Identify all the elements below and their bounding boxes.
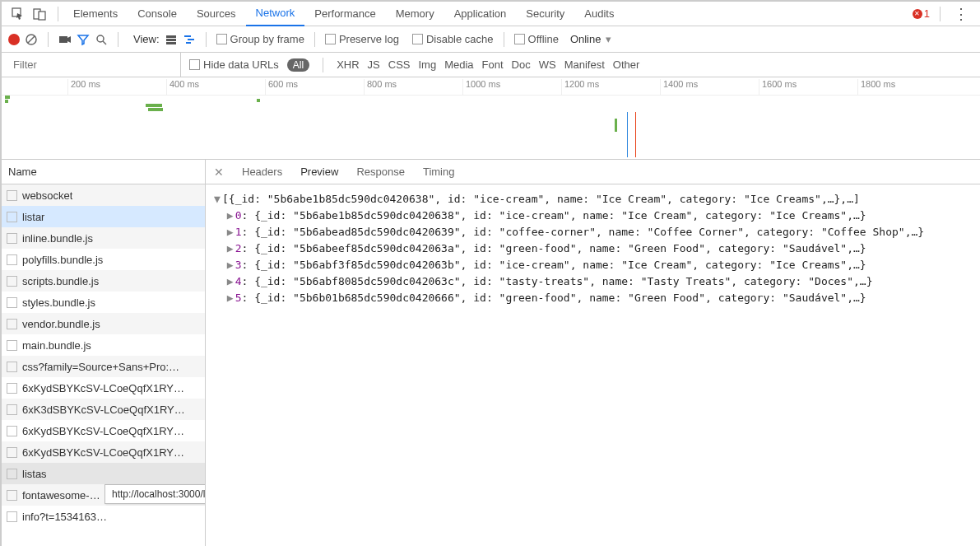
option-label: Disable cache xyxy=(426,33,494,45)
request-row[interactable]: websocket xyxy=(2,184,205,206)
filter-icon[interactable] xyxy=(77,33,90,46)
request-name: listas xyxy=(22,468,47,480)
tick: 1000 ms xyxy=(462,79,500,96)
tab-sources[interactable]: Sources xyxy=(187,2,246,26)
svg-line-7 xyxy=(103,41,106,44)
camera-icon[interactable] xyxy=(58,33,72,46)
json-row[interactable]: ▶4: {_id: "5b6abf8085dc590dc042063c", id… xyxy=(214,273,972,290)
chevron-down-icon: ▾ xyxy=(606,33,611,45)
filter-type-font[interactable]: Font xyxy=(482,58,504,71)
tick: 1600 ms xyxy=(759,79,797,96)
json-row[interactable]: ▶0: {_id: "5b6abe1b85dc590dc0420638", id… xyxy=(214,208,972,224)
request-row[interactable]: inline.bundle.js xyxy=(2,227,205,249)
filter-type-xhr[interactable]: XHR xyxy=(337,58,359,71)
preview-content[interactable]: ▼[{_id: "5b6abe1b85dc590dc0420638", id: … xyxy=(206,184,980,546)
json-row[interactable]: ▶1: {_id: "5b6abead85dc590dc0420639", id… xyxy=(214,224,972,240)
file-icon xyxy=(7,276,17,287)
tab-label: Performance xyxy=(314,7,375,20)
tab-network[interactable]: Network xyxy=(246,2,305,26)
large-rows-icon[interactable] xyxy=(165,33,178,46)
filter-input[interactable] xyxy=(8,53,181,77)
group-by-frame-option[interactable]: Group by frame xyxy=(216,33,304,45)
json-text: {_id: "5b6b01b685dc590dc0420666", id: "g… xyxy=(254,292,866,304)
tab-audits[interactable]: Audits xyxy=(574,2,624,26)
json-root[interactable]: ▼[{_id: "5b6abe1b85dc590dc0420638", id: … xyxy=(214,191,972,208)
request-row[interactable]: scripts.bundle.js xyxy=(2,270,205,292)
divider xyxy=(58,7,58,21)
waterfall-bar xyxy=(5,100,8,103)
request-row[interactable]: 6xKydSBYKcSV-LCoeQqfX1RY… xyxy=(2,420,205,441)
request-name: polyfills.bundle.js xyxy=(22,254,103,266)
filter-type-ws[interactable]: WS xyxy=(539,58,556,71)
option-label: Offline xyxy=(528,33,559,45)
tab-preview[interactable]: Preview xyxy=(300,166,338,178)
file-icon xyxy=(7,511,17,522)
tab-memory[interactable]: Memory xyxy=(386,2,444,26)
filter-type-media[interactable]: Media xyxy=(444,58,473,71)
json-row[interactable]: ▶5: {_id: "5b6b01b685dc590dc0420666", id… xyxy=(214,290,972,306)
tab-headers[interactable]: Headers xyxy=(242,166,282,178)
filter-type-js[interactable]: JS xyxy=(368,58,380,71)
request-row[interactable]: listar xyxy=(2,206,205,227)
request-name: css?family=Source+Sans+Pro:… xyxy=(22,361,179,373)
separator xyxy=(118,32,118,47)
request-list[interactable]: websocket listar inline.bundle.js polyfi… xyxy=(2,184,205,546)
filter-type-manifest[interactable]: Manifest xyxy=(564,58,605,71)
inspect-element-icon[interactable] xyxy=(12,7,25,21)
json-text: [{_id: "5b6abe1b85dc590dc0420638", id: "… xyxy=(222,193,860,205)
filter-type-css[interactable]: CSS xyxy=(388,58,411,71)
timeline-overview[interactable]: 200 ms 400 ms 600 ms 800 ms 1000 ms 1200… xyxy=(2,77,980,160)
json-row[interactable]: ▶2: {_id: "5b6abeef85dc590dc042063a", id… xyxy=(214,240,972,257)
file-icon xyxy=(7,447,17,458)
request-row[interactable]: styles.bundle.js xyxy=(2,292,205,313)
tab-console[interactable]: Console xyxy=(128,2,187,26)
more-menu-icon[interactable]: ⋮ xyxy=(950,5,972,23)
tab-performance[interactable]: Performance xyxy=(304,2,385,26)
request-row[interactable]: listas xyxy=(2,463,205,484)
request-row[interactable]: vendor.bundle.js xyxy=(2,313,205,334)
record-button[interactable] xyxy=(8,34,20,45)
waterfall-view-icon[interactable] xyxy=(183,33,196,46)
request-row[interactable]: 6xK3dSBYKcSV-LCoeQqfX1RY… xyxy=(2,399,205,420)
main-split: Name websocket listar inline.bundle.js p… xyxy=(2,160,980,546)
divider xyxy=(940,7,941,21)
device-toolbar-icon[interactable] xyxy=(33,7,46,21)
tab-security[interactable]: Security xyxy=(516,2,574,26)
tab-elements[interactable]: Elements xyxy=(63,2,128,26)
preserve-log-option[interactable]: Preserve log xyxy=(325,33,399,45)
svg-rect-2 xyxy=(39,12,45,20)
request-row[interactable]: main.bundle.js xyxy=(2,334,205,356)
filter-type-other[interactable]: Other xyxy=(613,58,640,71)
request-row[interactable]: polyfills.bundle.js xyxy=(2,249,205,270)
tick: 400 ms xyxy=(166,79,199,96)
tab-application[interactable]: Application xyxy=(444,2,517,26)
clear-icon[interactable] xyxy=(25,33,38,46)
svg-rect-11 xyxy=(184,35,191,37)
throttle-select[interactable]: Online▾ xyxy=(570,33,612,45)
separator xyxy=(206,32,207,47)
offline-option[interactable]: Offline xyxy=(514,33,559,45)
tab-label: Audits xyxy=(584,7,614,20)
error-count-badge[interactable]: 1 xyxy=(913,7,930,20)
hide-data-urls-option[interactable]: Hide data URLs xyxy=(189,58,279,71)
name-column-header[interactable]: Name xyxy=(2,160,205,184)
filter-type-all[interactable]: All xyxy=(287,58,309,72)
network-toolbar: View: Group by frame Preserve log Disabl… xyxy=(2,26,980,53)
tab-timing[interactable]: Timing xyxy=(423,166,455,178)
filter-type-img[interactable]: Img xyxy=(418,58,436,71)
devtools-top-tabs: Elements Console Sources Network Perform… xyxy=(2,2,980,26)
waterfall-bar xyxy=(615,119,617,132)
svg-rect-13 xyxy=(186,42,191,44)
close-icon[interactable]: ✕ xyxy=(214,166,224,179)
request-name: 6xKydSBYKcSV-LCoeQqfX1RY… xyxy=(22,446,184,459)
filter-type-doc[interactable]: Doc xyxy=(512,58,531,71)
request-row[interactable]: css?family=Source+Sans+Pro:… xyxy=(2,356,205,377)
disable-cache-option[interactable]: Disable cache xyxy=(412,33,494,45)
search-icon[interactable] xyxy=(95,33,108,46)
tab-response[interactable]: Response xyxy=(356,166,405,178)
request-row[interactable]: 6xKydSBYKcSV-LCoeQqfX1RY… xyxy=(2,377,205,399)
file-icon xyxy=(7,297,17,308)
json-row[interactable]: ▶3: {_id: "5b6abf3f85dc590dc042063b", id… xyxy=(214,257,972,273)
request-row[interactable]: 6xKydSBYKcSV-LCoeQqfX1RY… xyxy=(2,441,205,463)
request-row[interactable]: info?t=1534163… xyxy=(2,506,205,527)
